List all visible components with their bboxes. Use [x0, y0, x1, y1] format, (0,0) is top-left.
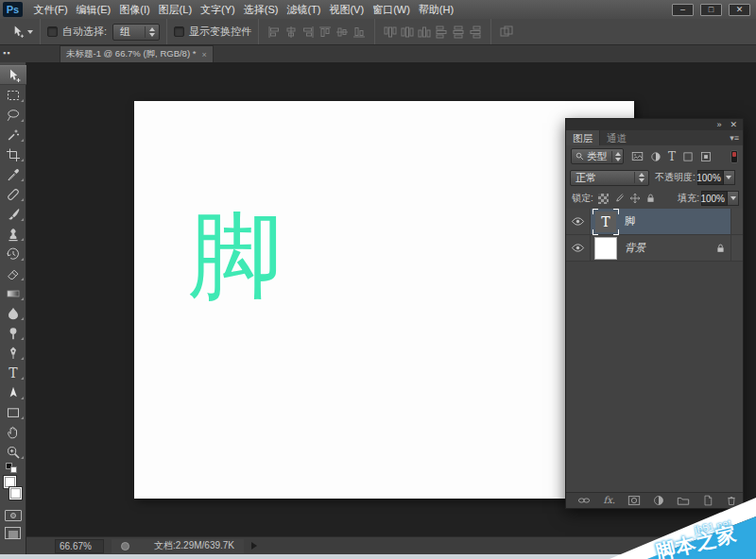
tool-gradient[interactable] — [0, 283, 26, 303]
tab-channels[interactable]: 通道 — [600, 130, 633, 145]
tool-move[interactable] — [0, 65, 26, 85]
dock-handle-icon[interactable]: ▪▪ — [3, 48, 10, 58]
menu-filter[interactable]: 滤镜(T) — [283, 0, 325, 19]
close-panel-icon[interactable]: ✕ — [730, 121, 737, 129]
filter-adjustment-layers-icon[interactable] — [650, 151, 662, 162]
tool-path-selection[interactable] — [0, 382, 26, 402]
lock-position-icon[interactable] — [629, 193, 641, 204]
distribute-horizontal-centers-icon[interactable] — [450, 24, 467, 40]
auto-select-label: 自动选择: — [62, 25, 107, 39]
layer-entry[interactable]: T 脚 — [591, 209, 730, 234]
tool-pen[interactable] — [0, 343, 26, 363]
tool-brush[interactable] — [0, 204, 26, 224]
fill-value[interactable]: 100% — [701, 191, 728, 206]
visibility-cell[interactable] — [566, 235, 591, 261]
distribute-right-icon[interactable] — [467, 24, 484, 40]
tool-preset-picker[interactable] — [10, 25, 33, 39]
tool-crop[interactable] — [0, 144, 26, 164]
filter-shape-layers-icon[interactable] — [682, 151, 694, 162]
tool-hand[interactable] — [0, 422, 26, 442]
auto-select-checkbox[interactable] — [47, 26, 58, 37]
distribute-top-icon[interactable] — [382, 24, 399, 40]
align-right-edges-icon[interactable] — [300, 24, 317, 40]
lock-image-pixels-icon[interactable] — [613, 193, 625, 204]
distribute-left-icon[interactable] — [433, 24, 450, 40]
tool-quick-selection[interactable] — [0, 125, 26, 144]
tool-eraser[interactable] — [0, 263, 26, 283]
tool-rectangle[interactable] — [0, 402, 26, 422]
tool-dodge[interactable] — [0, 323, 26, 343]
tool-blur[interactable] — [0, 303, 26, 323]
menu-file[interactable]: 文件(F) — [29, 0, 72, 19]
document-canvas[interactable]: 脚 — [134, 101, 634, 499]
menu-window[interactable]: 窗口(W) — [369, 0, 415, 19]
menu-select[interactable]: 选择(S) — [239, 0, 283, 19]
distribute-bottom-icon[interactable] — [416, 24, 433, 40]
panel-menu-icon[interactable]: ▾≡ — [730, 133, 739, 143]
tool-eyedropper[interactable] — [0, 164, 26, 184]
distribute-vertical-centers-icon[interactable] — [399, 24, 416, 40]
align-bottom-edges-icon[interactable] — [351, 24, 368, 40]
layer-row-text[interactable]: T 脚 — [566, 209, 743, 235]
filter-toggle-switch[interactable] — [730, 150, 738, 163]
eye-icon — [571, 242, 585, 254]
tool-type[interactable]: T — [0, 363, 26, 382]
default-colors-icon[interactable] — [0, 463, 26, 473]
tool-spot-healing-brush[interactable] — [0, 184, 26, 204]
menu-edit[interactable]: 编辑(E) — [72, 0, 115, 19]
layer-row-end — [730, 235, 743, 261]
align-vertical-centers-icon[interactable] — [334, 24, 351, 40]
auto-align-layers-icon[interactable] — [498, 24, 515, 40]
layer-row-background[interactable]: 背景 — [566, 235, 743, 262]
blend-mode-dropdown[interactable]: 正常 — [570, 170, 649, 186]
window-controls: – □ ✕ — [672, 4, 750, 16]
tool-rectangular-marquee[interactable] — [0, 85, 26, 105]
align-top-edges-icon[interactable] — [317, 24, 334, 40]
auto-select-dropdown[interactable]: 组 — [112, 24, 160, 41]
tool-zoom[interactable] — [0, 442, 26, 462]
fill-dropdown-button[interactable] — [728, 191, 739, 206]
document-info-text: 文档:2.29M/639.7K — [154, 539, 234, 552]
link-layers-icon[interactable] — [577, 495, 591, 506]
close-button[interactable]: ✕ — [729, 4, 750, 16]
opacity-dropdown-button[interactable] — [724, 170, 735, 185]
minimize-button[interactable]: – — [672, 4, 694, 16]
status-arrow-icon[interactable] — [251, 542, 257, 550]
tool-history-brush[interactable] — [0, 244, 26, 263]
menu-image[interactable]: 图像(I) — [115, 0, 154, 19]
document-tab[interactable]: 未标题-1 @ 66.7% (脚, RGB/8) * × — [60, 45, 214, 62]
menu-help[interactable]: 帮助(H) — [414, 0, 457, 19]
photoshop-logo: Ps — [3, 2, 23, 17]
maximize-button[interactable]: □ — [700, 4, 722, 16]
collapse-panel-icon[interactable]: » — [716, 121, 721, 129]
layer-name: 背景 — [625, 241, 645, 255]
lock-icons — [598, 193, 656, 204]
tab-layers[interactable]: 图层 — [566, 130, 600, 145]
show-transform-checkbox[interactable] — [174, 26, 184, 37]
align-left-edges-icon[interactable] — [266, 24, 283, 40]
menu-layer[interactable]: 图层(L) — [154, 0, 196, 19]
lock-transparent-pixels-icon[interactable] — [598, 194, 609, 204]
opacity-value[interactable]: 100% — [697, 170, 724, 185]
align-horizontal-centers-icon[interactable] — [283, 24, 300, 40]
layer-entry[interactable]: 背景 — [591, 235, 730, 261]
menu-view[interactable]: 视图(V) — [325, 0, 369, 19]
quick-mask-button[interactable] — [5, 510, 22, 521]
menu-type[interactable]: 文字(Y) — [197, 0, 240, 19]
filter-type-layers-icon[interactable]: T — [668, 151, 676, 162]
lock-all-icon[interactable] — [645, 193, 656, 204]
filter-kind-dropdown[interactable]: 类型 — [571, 148, 624, 164]
tool-lasso[interactable] — [0, 105, 26, 125]
screen-mode-button[interactable] — [5, 527, 21, 539]
background-color-swatch[interactable] — [9, 486, 23, 500]
zoom-level-field[interactable]: 66.67% — [55, 539, 104, 553]
background-layer-thumbnail[interactable] — [595, 238, 616, 259]
panel-header: » ✕ — [566, 119, 743, 130]
tool-clone-stamp[interactable] — [0, 224, 26, 244]
filter-smart-objects-icon[interactable] — [700, 151, 712, 162]
filter-pixel-layers-icon[interactable] — [631, 150, 644, 162]
dropdown-spinner — [634, 172, 644, 183]
tab-close-icon[interactable]: × — [201, 50, 206, 59]
text-layer-thumbnail[interactable]: T — [595, 212, 616, 232]
visibility-cell[interactable] — [566, 209, 591, 234]
